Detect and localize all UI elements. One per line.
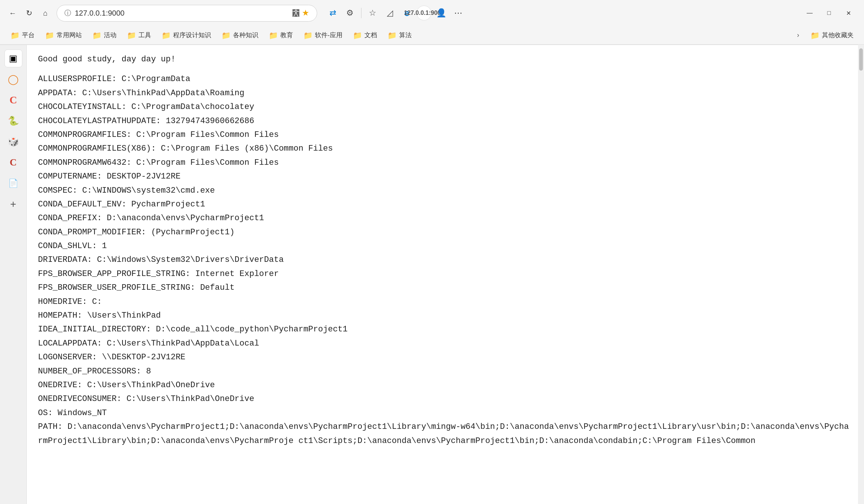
- content-line: COMPUTERNAME: DESKTOP-2JV12RE: [38, 170, 853, 183]
- nav-buttons: ← ↻ ⌂: [6, 6, 52, 20]
- bookmark-各种知识[interactable]: 📁 各种知识: [217, 29, 263, 42]
- sidebar-icon-dice[interactable]: 🎲: [4, 133, 22, 151]
- profile-button[interactable]: 👤: [434, 6, 449, 20]
- scrollbar-track[interactable]: [858, 45, 864, 504]
- bookmark-文档[interactable]: 📁 文档: [348, 29, 382, 42]
- star-icon[interactable]: ★: [302, 8, 309, 18]
- window-controls: — □ ✕: [800, 6, 858, 20]
- content-line: CHOCOLATEYLASTPATHUPDATE: 13279474396066…: [38, 114, 853, 128]
- folder-icon: 📁: [353, 31, 362, 40]
- content-line: COMMONPROGRAMFILES(X86): C:\Program File…: [38, 142, 853, 155]
- refresh-button[interactable]: ↻: [22, 6, 36, 20]
- extension-orange-icon: ◯: [4, 70, 22, 88]
- bookmark-label: 工具: [138, 31, 151, 39]
- content-line: HOMEDRIVE: C:: [38, 295, 853, 309]
- c-red-icon: C: [4, 91, 22, 109]
- folder-icon: 📁: [810, 31, 820, 40]
- content-line: OS: Windows_NT: [38, 406, 853, 420]
- sync-button[interactable]: ⇄: [325, 6, 340, 20]
- content-line: CONDA_SHLVL: 1: [38, 239, 853, 253]
- minimize-button[interactable]: —: [800, 6, 819, 20]
- bookmark-平台[interactable]: 📁 平台: [6, 29, 39, 42]
- bookmark-label: 软件-应用: [315, 31, 342, 39]
- toolbar-icons: ⇄ ⚙ ☆ ◿ e 127.0.0.1:9000 👤 ⋯: [325, 6, 466, 20]
- other-bookmarks-label: 其他收藏夹: [822, 31, 854, 39]
- add-icon: +: [4, 195, 22, 213]
- folder-icon: 📁: [221, 31, 231, 40]
- content-line: ONEDRIVE: C:\Users\ThinkPad\OneDrive: [38, 378, 853, 392]
- maximize-button[interactable]: □: [819, 6, 839, 20]
- document-icon: 📄: [4, 174, 22, 192]
- bookmark-常用网站[interactable]: 📁 常用网站: [41, 29, 86, 42]
- folder-icon: 📁: [269, 31, 278, 40]
- greeting-text: Good good study, day day up!: [38, 52, 853, 66]
- address-bar[interactable]: ⓘ 127.0.0.1:9000 ￯ ★: [57, 5, 317, 22]
- scrollbar-thumb[interactable]: [859, 48, 863, 71]
- content-line: COMMONPROGRAMW6432: C:\Program Files\Com…: [38, 156, 853, 170]
- sidebar-icon-page[interactable]: ▣: [4, 49, 22, 67]
- content-line: PATH: D:\anaconda\envs\PycharmProject1;D…: [38, 420, 853, 448]
- content-line: CONDA_PREFIX: D:\anaconda\envs\PycharmPr…: [38, 211, 853, 225]
- folder-icon: 📁: [10, 31, 20, 40]
- close-button[interactable]: ✕: [839, 6, 858, 20]
- bookmarks-more-button[interactable]: ›: [793, 29, 803, 41]
- content-line: ALLUSERSPROFILE: C:\ProgramData: [38, 72, 853, 86]
- bookmark-label: 教育: [280, 31, 293, 39]
- content-line: NUMBER_OF_PROCESSORS: 8: [38, 365, 853, 378]
- translate-icon[interactable]: ￯: [292, 8, 300, 18]
- sidebar-icon-python[interactable]: 🐍: [4, 112, 22, 130]
- address-text: 127.0.0.1:9000: [75, 9, 288, 17]
- content-line: CHOCOLATEYINSTALL: C:\ProgramData\chocol…: [38, 100, 853, 114]
- python-icon: 🐍: [4, 112, 22, 130]
- extensions-button[interactable]: ⚙: [342, 6, 357, 20]
- home-button[interactable]: ⌂: [39, 6, 52, 20]
- sidebar: ▣ ◯ C 🐍 🎲 C 📄 +: [0, 45, 27, 504]
- sidebar-icon-add[interactable]: +: [4, 195, 22, 213]
- toolbar-divider: [361, 8, 361, 18]
- back-button[interactable]: ←: [6, 6, 19, 20]
- folder-icon: 📁: [127, 31, 136, 40]
- sidebar-icon-c-red[interactable]: C: [4, 91, 22, 109]
- folder-icon: 📁: [303, 31, 313, 40]
- bookmark-工具[interactable]: 📁 工具: [122, 29, 156, 42]
- content-line: CONDA_DEFAULT_ENV: PycharmProject1: [38, 198, 853, 211]
- bookmark-label: 程序设计知识: [173, 31, 211, 39]
- c-darkred-icon: C: [4, 154, 22, 171]
- folder-icon: 📁: [92, 31, 102, 40]
- bookmark-程序设计知识[interactable]: 📁 程序设计知识: [157, 29, 216, 42]
- bookmark-other[interactable]: 📁 其他收藏夹: [806, 29, 858, 42]
- folder-icon: 📁: [162, 31, 171, 40]
- info-icon: ⓘ: [64, 9, 71, 17]
- content-line: LOGONSERVER: \\DESKTOP-2JV12RE: [38, 350, 853, 364]
- dice-icon: 🎲: [4, 133, 22, 151]
- sidebar-icon-c-darkred[interactable]: C: [4, 154, 22, 171]
- address-icons: ￯ ★: [292, 8, 309, 18]
- bookmark-label: 文档: [364, 31, 377, 39]
- bookmark-软件应用[interactable]: 📁 软件-应用: [299, 29, 347, 42]
- title-bar: ← ↻ ⌂ ⓘ 127.0.0.1:9000 ￯ ★ ⇄ ⚙ ☆ ◿ e 127…: [0, 0, 864, 26]
- bookmark-label: 算法: [399, 31, 412, 39]
- bookmark-算法[interactable]: 📁 算法: [383, 29, 416, 42]
- content-line: COMMONPROGRAMFILES: C:\Program Files\Com…: [38, 128, 853, 142]
- bookmark-label: 平台: [22, 31, 35, 39]
- content-line: DRIVERDATA: C:\Windows\System32\Drivers\…: [38, 253, 853, 267]
- bookmark-label: 常用网站: [57, 31, 82, 39]
- content-line: IDEA_INITIAL_DIRECTORY: D:\code_all\code…: [38, 322, 853, 336]
- folder-icon: 📁: [388, 31, 397, 40]
- collections-button[interactable]: ◿: [382, 6, 397, 20]
- settings-more-button[interactable]: ⋯: [451, 6, 466, 20]
- bookmark-教育[interactable]: 📁 教育: [264, 29, 297, 42]
- bookmarks-bar: 📁 平台 📁 常用网站 📁 活动 📁 工具 📁 程序设计知识 📁 各种知识 📁 …: [0, 26, 864, 45]
- content-line: ONEDRIVECONSUMER: C:\Users\ThinkPad\OneD…: [38, 392, 853, 406]
- bookmark-活动[interactable]: 📁 活动: [88, 29, 121, 42]
- main-content: ▣ ◯ C 🐍 🎲 C 📄 + Good good study, day day…: [0, 45, 864, 504]
- folder-icon: 📁: [45, 31, 54, 40]
- sidebar-icon-extension-orange[interactable]: ◯: [4, 70, 22, 88]
- content-line: HOMEPATH: \Users\ThinkPad: [38, 309, 853, 322]
- content-line: COMSPEC: C:\WINDOWS\system32\cmd.exe: [38, 184, 853, 198]
- sidebar-icon-document[interactable]: 📄: [4, 174, 22, 192]
- favorites-button[interactable]: ☆: [365, 6, 380, 20]
- ai-badge[interactable]: 127.0.0.1:9000: [417, 6, 431, 20]
- content-lines: ALLUSERSPROFILE: C:\ProgramDataAPPDATA: …: [38, 72, 853, 448]
- page-icon-symbol: ▣: [5, 50, 22, 67]
